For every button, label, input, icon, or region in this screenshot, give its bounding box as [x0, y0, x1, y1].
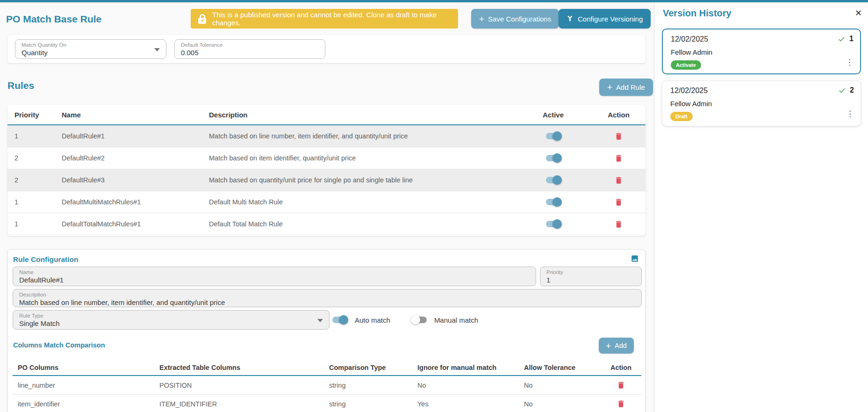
rule-name: DefaultTotalMatchRules#1: [59, 220, 206, 228]
rule-type-value: Single Match: [19, 319, 323, 327]
trash-icon: [617, 399, 625, 408]
rule-description: Match based on line number, item identif…: [206, 132, 515, 140]
version-author: Fellow Admin: [671, 48, 712, 56]
rule-description-field[interactable]: Description Match based on line number, …: [13, 289, 642, 307]
rule-priority: 2: [7, 176, 59, 184]
rule-type-select[interactable]: Rule Type Single Match: [13, 310, 330, 330]
delete-comparison-button[interactable]: [617, 381, 625, 390]
rules-heading: Rules: [7, 80, 34, 91]
ignore-manual: Yes: [417, 400, 524, 408]
table-row[interactable]: 1 DefaultMultiMatchRules#1 Default Multi…: [7, 191, 646, 213]
match-quantity-on-select[interactable]: Match Quantity On Quantity: [15, 39, 166, 59]
delete-rule-button[interactable]: [614, 176, 623, 185]
active-toggle[interactable]: [545, 153, 562, 163]
ignore-manual: No: [417, 382, 524, 389]
columns-match-table-header: PO Columns Extracted Table Columns Compa…: [13, 360, 641, 376]
table-row[interactable]: 1 DefaultTotalMatchRules#1 Default Total…: [7, 213, 646, 235]
table-row[interactable]: line_number POSITION string No No: [13, 376, 641, 395]
configure-versioning-label: Configure Versioning: [578, 15, 643, 23]
extracted-column: ITEM_IDENTIFIER: [159, 400, 329, 408]
add-label: Add: [615, 342, 627, 349]
table-row[interactable]: item_identifier ITEM_IDENTIFIER string Y…: [13, 395, 641, 412]
top-accent-bar: [0, 0, 868, 2]
rule-description-value: Match based on line number, item identif…: [19, 298, 635, 306]
save-configurations-button[interactable]: + Save Configurations: [471, 9, 559, 29]
kebab-menu-icon[interactable]: ⋮: [846, 58, 854, 67]
table-row[interactable]: 2 DefaultRule#3 Match based on quantity/…: [7, 169, 646, 191]
column-header-action: Action: [592, 111, 646, 119]
rule-name: DefaultRule#1: [59, 132, 206, 140]
active-toggle[interactable]: [545, 219, 562, 229]
rules-table-header: Priority Name Description Active Action: [7, 105, 646, 125]
rule-configuration-heading: Rule Configuration: [13, 255, 79, 264]
published-warning-banner: This is a published version and cannot b…: [191, 9, 458, 29]
auto-match-label: Auto match: [355, 316, 390, 324]
column-header-comparison-type: Comparison Type: [329, 364, 417, 371]
auto-match-toggle[interactable]: [331, 315, 348, 325]
activate-badge[interactable]: Activate: [671, 60, 701, 70]
image-icon[interactable]: [631, 254, 639, 263]
columns-match-table: PO Columns Extracted Table Columns Compa…: [13, 360, 641, 412]
column-header-name: Name: [59, 111, 206, 119]
main-content: PO Match Base Rule This is a published v…: [0, 2, 654, 412]
base-settings-card: Match Quantity On Quantity Default Toler…: [7, 35, 646, 63]
rule-priority: 1: [7, 198, 59, 206]
column-header-priority: Priority: [7, 111, 59, 119]
trash-icon: [614, 220, 623, 229]
delete-rule-button[interactable]: [614, 198, 623, 207]
add-rule-button[interactable]: + Add Rule: [599, 79, 653, 96]
add-column-comparison-button[interactable]: + Add: [599, 338, 634, 354]
default-tolerance-label: Default Tolerance: [181, 42, 319, 48]
version-number-group: 2: [838, 86, 854, 94]
version-card[interactable]: 12/02/2025 2 Fellow Admin Draft ⋮: [662, 80, 861, 126]
rule-name-field[interactable]: Name DefaultRule#1: [13, 267, 536, 286]
rule-priority: 2: [7, 154, 59, 162]
rule-priority-label: Priority: [546, 269, 635, 275]
column-header-description: Description: [206, 111, 515, 119]
check-icon: [838, 35, 846, 43]
rule-description: Match based on item identifier, quantity…: [206, 154, 515, 162]
table-row[interactable]: 1 DefaultRule#1 Match based on line numb…: [7, 125, 646, 147]
rule-configuration-card: Rule Configuration Name DefaultRule#1 Pr…: [7, 249, 646, 412]
version-date: 12/02/2025: [670, 87, 708, 95]
version-number: 2: [850, 86, 854, 94]
rule-description: Default Multi Match Rule: [206, 198, 515, 206]
delete-rule-button[interactable]: [614, 154, 623, 163]
delete-comparison-button[interactable]: [617, 399, 625, 408]
rules-table: Priority Name Description Active Action …: [7, 105, 646, 236]
delete-rule-button[interactable]: [614, 132, 623, 141]
version-date: 12/02/2025: [671, 35, 708, 43]
draft-badge[interactable]: Draft: [670, 112, 693, 121]
rule-description: Match based on quantity/unit price for s…: [206, 176, 515, 184]
version-card[interactable]: 12/02/2025 1 Fellow Admin Activate ⋮: [662, 29, 861, 74]
comparison-type: string: [329, 400, 417, 408]
kebab-menu-icon[interactable]: ⋮: [846, 110, 854, 119]
active-toggle[interactable]: [545, 197, 562, 207]
match-mode-toggles: Auto match Manual match: [331, 310, 478, 330]
column-header-po-columns: PO Columns: [13, 364, 159, 371]
banner-text: This is a published version and cannot b…: [212, 11, 451, 27]
po-column: item_identifier: [13, 400, 159, 408]
manual-match-label: Manual match: [434, 316, 478, 324]
table-row[interactable]: 2 DefaultRule#2 Match based on item iden…: [7, 147, 646, 169]
trash-icon: [614, 176, 623, 185]
rule-name: DefaultMultiMatchRules#1: [59, 198, 206, 206]
manual-match-toggle[interactable]: [411, 315, 428, 325]
allow-tolerance: No: [524, 400, 601, 408]
rule-name: DefaultRule#2: [59, 154, 206, 162]
active-toggle[interactable]: [545, 175, 562, 185]
column-header-ignore-manual: Ignore for manual match: [417, 364, 524, 371]
rule-priority-field[interactable]: Priority 1: [540, 267, 642, 286]
lock-icon: [198, 18, 206, 24]
version-history-panel: Version History ✕ 12/02/2025 1 Fellow Ad…: [654, 2, 868, 412]
delete-rule-button[interactable]: [614, 220, 623, 229]
column-header-extracted-columns: Extracted Table Columns: [159, 364, 329, 371]
close-icon[interactable]: ✕: [855, 8, 862, 18]
configure-versioning-button[interactable]: Configure Versioning: [559, 9, 651, 29]
branch-icon: [567, 15, 574, 22]
chevron-down-icon: [317, 319, 323, 322]
active-toggle[interactable]: [545, 131, 562, 141]
default-tolerance-field[interactable]: Default Tolerance 0.005: [174, 39, 325, 59]
column-header-action: Action: [601, 364, 641, 371]
save-configurations-label: Save Configurations: [488, 15, 551, 23]
